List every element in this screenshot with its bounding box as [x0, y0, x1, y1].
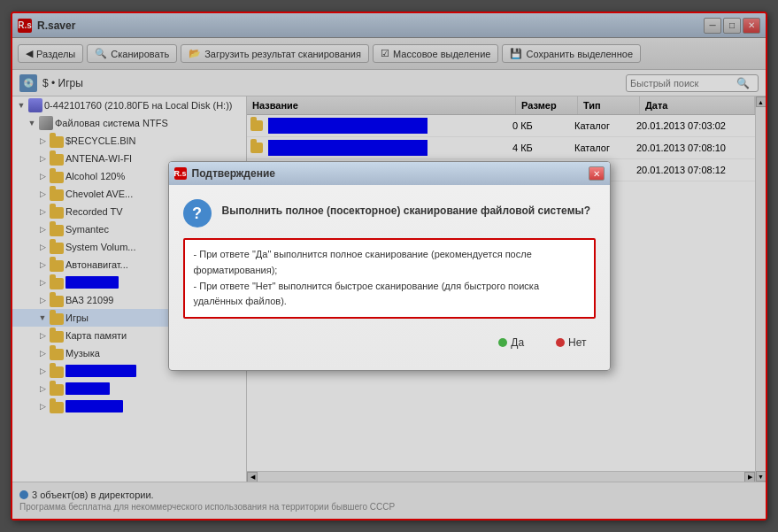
dialog-info-line-1: - При ответе "Да" выполнится полное скан… [194, 247, 585, 278]
dialog-body: ? Выполнить полное (посекторное) сканиро… [169, 185, 610, 369]
dialog-info-line-2: - При ответе "Нет" выполнится быстрое ск… [194, 279, 585, 310]
no-label: Нет [568, 336, 586, 349]
no-dot-icon [556, 338, 565, 347]
dialog-title: Подтверждение [192, 167, 589, 180]
dialog-question-text: Выполнить полное (посекторное) сканирова… [222, 199, 591, 217]
confirmation-dialog: R.s Подтверждение ✕ ? Выполнить полное (… [168, 161, 611, 370]
dialog-question-area: ? Выполнить полное (посекторное) сканиро… [183, 199, 596, 227]
dialog-yes-button[interactable]: Да [489, 333, 533, 352]
dialog-buttons: Да Нет [183, 329, 596, 356]
dialog-title-bar: R.s Подтверждение ✕ [169, 162, 610, 185]
yes-dot-icon [498, 338, 507, 347]
dialog-close-button[interactable]: ✕ [589, 166, 605, 181]
dialog-no-button[interactable]: Нет [547, 333, 595, 352]
dialog-info-box: - При ответе "Да" выполнится полное скан… [183, 238, 596, 318]
dialog-overlay: R.s Подтверждение ✕ ? Выполнить полное (… [12, 13, 766, 519]
question-icon: ? [183, 199, 212, 227]
yes-label: Да [511, 336, 524, 349]
main-window: R.s R.saver ─ □ ✕ ◀ Разделы 🔍 Сканироват… [11, 12, 767, 520]
dialog-app-icon: R.s [174, 167, 187, 180]
